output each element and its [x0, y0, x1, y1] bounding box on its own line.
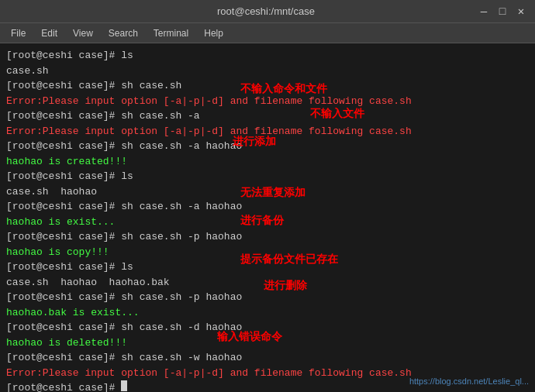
terminal-line: haohao is created!!!: [6, 154, 529, 170]
terminal-line: case.sh: [6, 64, 529, 79]
terminal-line: [root@ceshi case]# sh case.sh -w haohao: [6, 350, 529, 366]
cursor: [121, 380, 127, 391]
terminal-content: [root@ceshi case]# lscase.sh[root@ceshi …: [6, 48, 529, 392]
terminal-line: [root@ceshi case]# sh case.sh -p haohao: [6, 290, 529, 305]
terminal-line: haohao is copy!!!: [6, 245, 529, 260]
terminal-line: case.sh haohao: [6, 184, 529, 200]
menu-item-view[interactable]: View: [67, 26, 99, 40]
menu-bar: FileEditViewSearchTerminalHelp: [0, 23, 535, 43]
terminal-line: Error:Please input option [-a|-p|-d] and…: [6, 124, 529, 139]
terminal-line: [root@ceshi case]# sh case.sh -a haohao: [6, 199, 529, 215]
terminal-line: [root@ceshi case]# sh case.sh -a haohao: [6, 139, 529, 154]
terminal-line: Error:Please input option [-a|-p|-d] and…: [6, 94, 529, 109]
terminal-line: [root@ceshi case]# ls: [6, 48, 529, 64]
terminal-line: [root@ceshi case]# ls: [6, 169, 529, 184]
menu-item-search[interactable]: Search: [102, 26, 144, 40]
menu-item-terminal[interactable]: Terminal: [147, 26, 195, 40]
maximize-button[interactable]: □: [496, 6, 509, 17]
terminal-line: haohao.bak is exist...: [6, 305, 529, 321]
menu-item-edit[interactable]: Edit: [35, 26, 64, 40]
terminal-line: [root@ceshi case]# sh case.sh -p haohao: [6, 229, 529, 245]
terminal-line: [root@ceshi case]# sh case.sh: [6, 78, 529, 94]
watermark: https://blog.csdn.net/Leslie_ql...: [409, 375, 529, 388]
terminal-line: case.sh haohao haohao.bak: [6, 275, 529, 291]
terminal-line: [root@ceshi case]# sh case.sh -a: [6, 108, 529, 124]
terminal-line: haohao is deleted!!!: [6, 335, 529, 351]
title-bar: root@ceshi:/mnt/case — □ ✕: [0, 0, 535, 23]
menu-item-help[interactable]: Help: [198, 26, 230, 40]
terminal-line: [root@ceshi case]# ls: [6, 260, 529, 275]
menu-item-file[interactable]: File: [5, 26, 32, 40]
terminal-body: [root@ceshi case]# lscase.sh[root@ceshi …: [0, 43, 535, 392]
terminal-line: [root@ceshi case]# sh case.sh -d haohao: [6, 320, 529, 335]
minimize-button[interactable]: —: [478, 6, 490, 17]
window-title: root@ceshi:/mnt/case: [54, 5, 478, 17]
terminal-line: haohao is exist...: [6, 215, 529, 230]
window-controls: — □ ✕: [478, 6, 527, 17]
close-button[interactable]: ✕: [515, 6, 527, 17]
